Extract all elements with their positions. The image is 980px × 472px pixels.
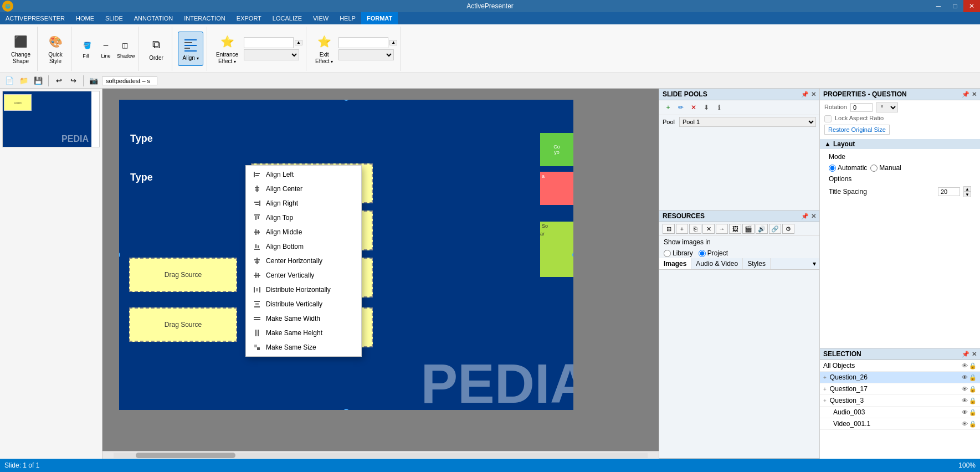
change-shape-button[interactable]: ⬛ ChangeShape bbox=[8, 32, 34, 66]
audio-003-icon2[interactable]: 🔒 bbox=[969, 409, 977, 416]
menu-export[interactable]: EXPORT bbox=[231, 12, 267, 24]
exit-spin-up[interactable]: ▲ bbox=[389, 40, 397, 45]
distribute-vertically-item[interactable]: Distribute Vertically bbox=[246, 297, 361, 311]
all-objects-icon2[interactable]: 🔒 bbox=[969, 362, 977, 370]
line-button[interactable]: ─ bbox=[97, 39, 115, 52]
undo-button[interactable]: ↩ bbox=[53, 75, 65, 87]
align-left-item[interactable]: Align Left bbox=[246, 167, 361, 182]
entrance-spin-up[interactable]: ▲ bbox=[295, 40, 302, 45]
question-3-item[interactable]: + Question_3 👁 🔒 bbox=[820, 395, 980, 407]
shadow-button[interactable]: ◫ bbox=[116, 39, 134, 52]
res-delete-icon[interactable]: ✕ bbox=[702, 224, 715, 234]
selection-close-icon[interactable]: ✕ bbox=[972, 351, 977, 358]
slide-pools-delete-btn[interactable]: ✕ bbox=[688, 102, 699, 113]
radio-project[interactable]: Project bbox=[699, 249, 728, 257]
drag-source-2[interactable]: Drag Source bbox=[129, 307, 237, 342]
slide-pools-download-btn[interactable]: ⬇ bbox=[701, 102, 712, 113]
question-17-item[interactable]: + Question_17 👁 🔒 bbox=[820, 383, 980, 395]
question-3-icon2[interactable]: 🔒 bbox=[969, 397, 977, 404]
make-same-height-item[interactable]: Make Same Height bbox=[246, 326, 361, 340]
question-26-expand[interactable]: + bbox=[823, 374, 827, 381]
res-arrow-icon[interactable]: → bbox=[716, 224, 728, 234]
question-26-item[interactable]: + Question_26 👁 🔒 bbox=[820, 372, 980, 383]
center-horizontally-item[interactable]: Center Horizontally bbox=[246, 254, 361, 268]
quick-style-button[interactable]: 🎨 QuickStyle bbox=[43, 32, 68, 66]
selection-handle-bottom[interactable] bbox=[343, 409, 349, 410]
properties-close-icon[interactable]: ✕ bbox=[972, 91, 977, 98]
res-link-icon[interactable]: 🔗 bbox=[769, 224, 781, 234]
video-001-item[interactable]: Video_001.1 👁 🔒 bbox=[820, 418, 980, 430]
tab-images[interactable]: Images bbox=[659, 258, 691, 269]
selection-handle-top[interactable] bbox=[343, 100, 349, 101]
question-17-expand[interactable]: + bbox=[823, 386, 827, 392]
res-settings-icon[interactable]: ⚙ bbox=[782, 224, 794, 234]
slide-pools-pin-icon[interactable]: 📌 bbox=[801, 91, 809, 98]
audio-003-item[interactable]: Audio_003 👁 🔒 bbox=[820, 407, 980, 418]
tabs-scroll-arrow[interactable]: ▾ bbox=[809, 258, 819, 269]
tab-audio-video[interactable]: Audio & Video bbox=[691, 258, 743, 269]
mode-automatic-input[interactable] bbox=[829, 165, 836, 172]
order-button[interactable]: ⧉ Order bbox=[144, 32, 168, 66]
question-26-icon1[interactable]: 👁 bbox=[962, 374, 968, 381]
menu-interaction[interactable]: INTERACTION bbox=[178, 12, 231, 24]
redo-button[interactable]: ↪ bbox=[67, 75, 79, 87]
question-17-icon2[interactable]: 🔒 bbox=[969, 386, 977, 393]
resources-pin-icon[interactable]: 📌 bbox=[801, 213, 809, 220]
slide-pools-add-btn[interactable]: + bbox=[663, 102, 674, 113]
radio-library[interactable]: Library bbox=[664, 249, 693, 257]
menu-annotation[interactable]: ANNOTATION bbox=[129, 12, 178, 24]
res-grid-icon[interactable]: ⊞ bbox=[663, 224, 675, 234]
res-add-icon[interactable]: + bbox=[676, 224, 688, 234]
open-button[interactable]: 📁 bbox=[18, 75, 30, 87]
slide-thumbnail-1[interactable]: content PEDIA 1 bbox=[2, 91, 100, 147]
menu-help[interactable]: HELP bbox=[334, 12, 361, 24]
exit-input1[interactable] bbox=[338, 37, 388, 48]
menu-format[interactable]: FORMAT bbox=[361, 12, 398, 24]
radio-project-input[interactable] bbox=[699, 250, 706, 257]
res-video-icon[interactable]: 🎬 bbox=[742, 224, 755, 234]
question-3-icon1[interactable]: 👁 bbox=[962, 397, 968, 404]
pool-select[interactable]: Pool 1 bbox=[679, 117, 816, 127]
mode-manual-input[interactable] bbox=[870, 165, 878, 172]
slide-pools-info-btn[interactable]: ℹ bbox=[714, 102, 725, 113]
layout-section-header[interactable]: ▲ Layout bbox=[820, 139, 980, 149]
menu-localize[interactable]: LOCALIZE bbox=[267, 12, 307, 24]
audio-003-icon1[interactable]: 👁 bbox=[962, 409, 968, 416]
scroll-thumb[interactable] bbox=[136, 453, 235, 458]
selection-pin-icon[interactable]: 📌 bbox=[962, 351, 969, 358]
menu-activepresenter[interactable]: ACTIVEPRESENTER bbox=[0, 12, 70, 24]
close-button[interactable]: ✕ bbox=[963, 0, 980, 12]
align-bottom-item[interactable]: Align Bottom bbox=[246, 239, 361, 254]
question-3-expand[interactable]: + bbox=[823, 398, 827, 404]
all-objects-item[interactable]: All Objects 👁 🔒 bbox=[820, 360, 980, 372]
entrance-select[interactable] bbox=[244, 49, 299, 60]
menu-home[interactable]: HOME bbox=[70, 12, 100, 24]
mode-manual[interactable]: Manual bbox=[870, 164, 901, 172]
lock-aspect-checkbox[interactable] bbox=[824, 115, 832, 122]
drag-source-1[interactable]: Drag Source bbox=[129, 258, 237, 292]
menu-view[interactable]: VIEW bbox=[307, 12, 334, 24]
save-button[interactable]: 💾 bbox=[32, 75, 44, 87]
title-spacing-up[interactable]: ▲ bbox=[963, 186, 971, 192]
video-001-icon1[interactable]: 👁 bbox=[962, 420, 968, 428]
all-objects-icon1[interactable]: 👁 bbox=[962, 362, 968, 370]
properties-pin-icon[interactable]: 📌 bbox=[962, 91, 969, 98]
make-same-width-item[interactable]: Make Same Width bbox=[246, 311, 361, 326]
exit-select[interactable] bbox=[338, 49, 394, 60]
res-audio-icon[interactable]: 🔊 bbox=[756, 224, 768, 234]
resources-close-icon[interactable]: ✕ bbox=[811, 213, 816, 220]
rotation-input[interactable] bbox=[850, 103, 873, 112]
maximize-button[interactable]: □ bbox=[947, 0, 963, 12]
distribute-horizontally-item[interactable]: Distribute Horizontally bbox=[246, 283, 361, 297]
align-middle-item[interactable]: Align Middle bbox=[246, 225, 361, 239]
mode-automatic[interactable]: Automatic bbox=[829, 164, 867, 172]
radio-library-input[interactable] bbox=[664, 250, 671, 257]
center-vertically-item[interactable]: Center Vertically bbox=[246, 268, 361, 283]
menu-slide[interactable]: SLIDE bbox=[100, 12, 129, 24]
entrance-effect-button[interactable]: ⭐ EntranceEffect ▾ bbox=[213, 32, 242, 66]
question-26-icon2[interactable]: 🔒 bbox=[969, 374, 977, 381]
align-center-item[interactable]: Align Center bbox=[246, 182, 361, 196]
title-spacing-down[interactable]: ▼ bbox=[963, 192, 971, 197]
entrance-input1[interactable] bbox=[244, 37, 294, 48]
restore-original-btn[interactable]: Restore Original Size bbox=[824, 125, 890, 135]
